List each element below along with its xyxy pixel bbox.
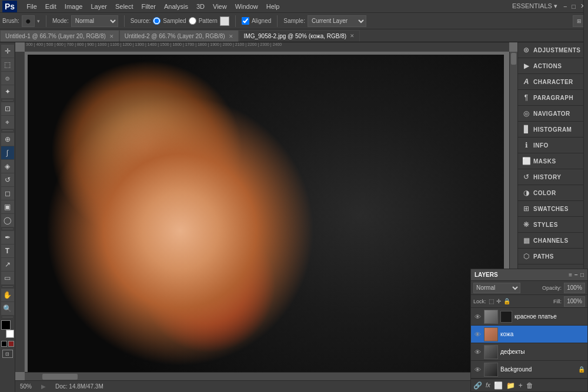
layer-fx-icon[interactable]: fx <box>486 382 490 388</box>
menu-select[interactable]: Select <box>112 2 137 11</box>
brush-picker[interactable]: ● <box>22 15 35 27</box>
essentials-label[interactable]: ESSENTIALS ▾ <box>512 2 557 10</box>
ruler-horizontal: 300 | 400 | 500 | 600 | 700 | 800 | 900 … <box>25 42 509 52</box>
layers-list: 👁 красное платье 👁 кожа 👁 дефекты 👁 Back… <box>471 308 587 378</box>
canvas-wrapper[interactable] <box>25 52 509 372</box>
menu-edit[interactable]: Edit <box>42 2 60 11</box>
tool-healing[interactable]: ⊕ <box>1 133 14 146</box>
opacity-input[interactable] <box>564 283 585 293</box>
lock-position-icon[interactable]: ✛ <box>496 298 501 304</box>
layer-vis-bg[interactable]: 👁 <box>473 366 482 374</box>
panel-styles[interactable]: ❋ STYLES <box>518 217 588 233</box>
tool-history-brush[interactable]: ↺ <box>1 173 14 186</box>
fill-input[interactable] <box>564 296 585 307</box>
tab-untitled1-close[interactable]: ✕ <box>109 33 114 39</box>
screen-mode-btn[interactable]: ⊡ <box>2 350 13 358</box>
menu-image[interactable]: Image <box>61 2 86 11</box>
source-pattern-label: Pattern <box>199 18 218 24</box>
brush-group: Brush: ● ▾ <box>2 15 40 27</box>
panel-paragraph[interactable]: ¶ PARAGRAPH <box>518 90 588 106</box>
tool-crop[interactable]: ⊡ <box>1 102 14 115</box>
tab-img9058-close[interactable]: ✕ <box>350 33 355 39</box>
v-scroll-thumb[interactable] <box>511 53 516 65</box>
tab-untitled2-close[interactable]: ✕ <box>229 33 233 39</box>
tab-untitled2[interactable]: Untitled-2 @ 66.7% (Layer 20, RGB/8) ✕ <box>119 30 239 42</box>
panel-adjustments[interactable]: ⊛ ADJUSTMENTS <box>518 42 588 58</box>
source-pattern-radio[interactable] <box>189 17 196 25</box>
panel-swatches[interactable]: ⊞ SWATCHES <box>518 201 588 217</box>
menu-window[interactable]: Window <box>232 2 262 11</box>
tool-clone[interactable]: ◈ <box>1 160 14 173</box>
tool-path-select[interactable]: ↗ <box>1 258 14 271</box>
minimize-btn[interactable]: − <box>563 3 567 10</box>
background-color[interactable] <box>6 330 14 338</box>
standard-mode-icon[interactable] <box>1 341 7 347</box>
sample-select[interactable]: Current Layer <box>308 15 366 27</box>
layer-new-icon[interactable]: + <box>519 381 523 390</box>
panel-actions[interactable]: ▶ ACTIONS <box>518 58 588 74</box>
tool-zoom[interactable]: 🔍 <box>1 302 14 315</box>
layers-panel-minimize[interactable]: − <box>574 272 578 278</box>
aligned-checkbox[interactable] <box>242 17 249 25</box>
tab-img9058[interactable]: IMG_9058-2.jpg @ 50% (кожа, RGB/8) ✕ <box>239 30 360 42</box>
tool-pen[interactable]: ✒ <box>1 231 14 244</box>
source-sampled-radio[interactable] <box>153 17 161 25</box>
tool-move[interactable]: ✛ <box>1 45 14 58</box>
tool-marquee[interactable]: ⬚ <box>1 58 14 71</box>
lock-all-icon[interactable]: 🔒 <box>503 298 510 304</box>
layers-panel-menu[interactable]: ≡ <box>569 272 572 278</box>
menu-layer[interactable]: Layer <box>87 2 111 11</box>
layer-mask-icon[interactable]: ⬜ <box>494 381 503 390</box>
blend-mode-select[interactable]: Normal <box>473 283 520 293</box>
panel-color[interactable]: ◑ COLOR <box>518 185 588 201</box>
source-label: Source: <box>131 18 151 24</box>
panel-histogram[interactable]: ▊ HISTOGRAM <box>518 122 588 138</box>
menu-analysis[interactable]: Analysis <box>161 2 192 11</box>
lock-pixels-icon[interactable]: ⬚ <box>489 298 494 304</box>
layers-panel-maximize[interactable]: □ <box>580 272 584 278</box>
maximize-btn[interactable]: □ <box>572 3 576 10</box>
layer-vis-defects[interactable]: 👁 <box>473 348 482 356</box>
menu-view[interactable]: View <box>209 2 230 11</box>
menu-3d[interactable]: 3D <box>193 2 208 11</box>
layer-row-skin[interactable]: 👁 кожа <box>471 326 587 343</box>
h-scroll-thumb[interactable] <box>42 374 78 380</box>
toolbox: ✛ ⬚ ⌾ ✦ ⊡ ⌖ ⊕ ∫ ◈ ↺ ◻ ▣ ◯ ✒ T ↗ ▭ ✋ 🔍 ⊡ <box>0 42 15 392</box>
tool-eraser[interactable]: ◻ <box>1 187 14 200</box>
tool-eyedropper[interactable]: ⌖ <box>1 116 14 129</box>
layer-vis-red-dress[interactable]: 👁 <box>473 313 482 321</box>
panel-channels[interactable]: ▦ CHANNELS <box>518 233 588 249</box>
layer-vis-skin[interactable]: 👁 <box>473 330 482 339</box>
menu-help[interactable]: Help <box>263 2 283 11</box>
panel-paths[interactable]: ⬡ PATHS <box>518 249 588 264</box>
tab-untitled1[interactable]: Untitled-1 @ 66.7% (Layer 20, RGB/8) ✕ <box>0 30 119 42</box>
layer-link-icon[interactable]: 🔗 <box>473 381 482 390</box>
panel-info[interactable]: ℹ INFO <box>518 138 588 153</box>
tool-gradient[interactable]: ▣ <box>1 200 14 213</box>
tool-lasso[interactable]: ⌾ <box>1 72 14 85</box>
tool-dodge[interactable]: ◯ <box>1 214 14 227</box>
foreground-color[interactable] <box>1 320 11 330</box>
tool-hand[interactable]: ✋ <box>1 289 14 301</box>
panel-navigator[interactable]: ◎ NAVIGATOR <box>518 106 588 122</box>
panel-masks[interactable]: ⬜ MASKS <box>518 153 588 169</box>
menu-filter[interactable]: Filter <box>138 2 159 11</box>
layer-row-background[interactable]: 👁 Background 🔒 <box>471 361 587 378</box>
layer-row-defects[interactable]: 👁 дефекты <box>471 343 587 361</box>
panel-history[interactable]: ↺ HISTORY <box>518 169 588 185</box>
panel-character[interactable]: A CHARACTER <box>518 74 588 90</box>
status-arrow[interactable]: ▶ <box>41 383 46 390</box>
brush-dropdown-arrow[interactable]: ▾ <box>37 18 40 24</box>
horizontal-scrollbar[interactable] <box>25 372 509 380</box>
tool-magic-wand[interactable]: ✦ <box>1 85 14 98</box>
menu-file[interactable]: File <box>23 2 41 11</box>
mode-select[interactable]: Normal <box>71 15 118 27</box>
layer-group-icon[interactable]: 📁 <box>506 381 515 390</box>
quick-mask-icon[interactable] <box>8 341 14 347</box>
tool-text[interactable]: T <box>1 244 14 257</box>
layer-delete-icon[interactable]: 🗑 <box>526 381 533 390</box>
pattern-swatch[interactable] <box>220 16 229 26</box>
tool-shape[interactable]: ▭ <box>1 272 14 284</box>
layer-row-red-dress[interactable]: 👁 красное платье <box>471 308 587 326</box>
tool-brush[interactable]: ∫ <box>1 146 14 159</box>
